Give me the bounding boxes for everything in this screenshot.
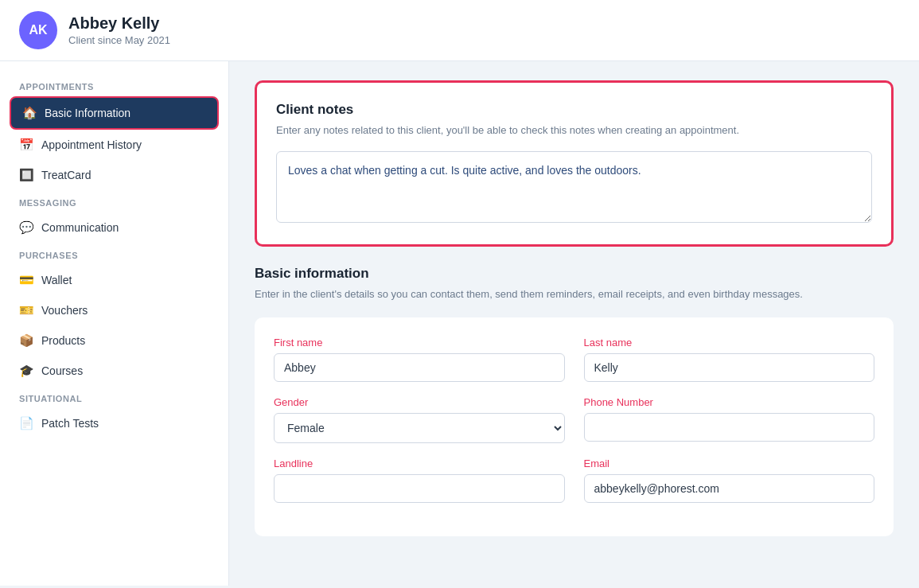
basic-info-form: First name Last name Gender FemaleMaleNo… [255,317,894,536]
sidebar-item-wallet[interactable]: 💳Wallet [0,265,228,295]
first-name-label: First name [274,337,565,349]
sidebar-item-products[interactable]: 📦Products [0,325,228,356]
phone-input[interactable] [584,413,875,442]
email-group: Email [584,458,875,503]
vouchers-icon: 🎫 [19,303,33,317]
last-name-input[interactable] [584,353,875,382]
sidebar-item-label-communication: Communication [41,221,119,234]
sidebar-item-basic-information[interactable]: 🏠Basic Information [10,96,219,130]
client-since: Client since May 2021 [68,34,170,46]
sidebar-item-patch-tests[interactable]: 📄Patch Tests [0,408,228,438]
sidebar-item-label-vouchers: Vouchers [41,304,88,317]
sidebar-section-appointments: Appointments [0,74,228,96]
communication-icon: 💬 [19,220,33,235]
gender-group: Gender FemaleMaleNon-binaryPrefer not to… [274,396,565,443]
sidebar-item-vouchers[interactable]: 🎫Vouchers [0,295,228,325]
email-input[interactable] [584,474,875,503]
landline-email-row: Landline Email [274,458,874,503]
gender-label: Gender [274,396,565,408]
sidebar-item-courses[interactable]: 🎓Courses [0,356,228,386]
sidebar: Appointments🏠Basic Information📅Appointme… [0,61,229,586]
patch-tests-icon: 📄 [19,416,33,430]
landline-label: Landline [274,458,565,469]
sidebar-item-label-products: Products [41,334,85,347]
name-row: First name Last name [274,337,874,382]
sidebar-item-label-appointment-history: Appointment History [41,138,142,151]
phone-group: Phone Number [584,396,875,443]
client-name: Abbey Kelly [68,14,170,33]
avatar: AK [19,11,57,49]
client-header: AK Abbey Kelly Client since May 2021 [0,0,919,61]
header-info: Abbey Kelly Client since May 2021 [68,14,170,46]
sidebar-item-communication[interactable]: 💬Communication [0,212,228,243]
gender-select[interactable]: FemaleMaleNon-binaryPrefer not to say [274,413,565,443]
landline-input[interactable] [274,474,565,503]
basic-information-icon: 🏠 [22,106,37,120]
sidebar-item-label-treatcard: TreatCard [41,169,92,181]
basic-info-title: Basic information [255,266,894,282]
client-notes-subtitle: Enter any notes related to this client, … [276,123,872,138]
wallet-icon: 💳 [19,273,33,287]
email-label: Email [584,458,875,469]
client-notes-textarea[interactable] [276,151,872,223]
sidebar-section-purchases: Purchases [0,243,228,265]
sidebar-section-messaging: Messaging [0,190,228,212]
sidebar-section-situational: Situational [0,386,228,408]
main-content: Client notes Enter any notes related to … [229,61,919,586]
first-name-group: First name [274,337,565,382]
sidebar-item-appointment-history[interactable]: 📅Appointment History [0,130,228,160]
sidebar-item-label-courses: Courses [41,364,83,377]
last-name-label: Last name [584,337,875,349]
last-name-group: Last name [584,337,875,382]
phone-label: Phone Number [584,396,875,408]
sidebar-item-treatcard[interactable]: 🔲TreatCard [0,160,228,190]
sidebar-item-label-patch-tests: Patch Tests [41,417,99,430]
products-icon: 📦 [19,333,33,348]
first-name-input[interactable] [274,353,565,382]
client-notes-title: Client notes [276,102,872,118]
client-notes-card: Client notes Enter any notes related to … [255,80,894,247]
main-layout: Appointments🏠Basic Information📅Appointme… [0,61,919,586]
appointment-history-icon: 📅 [19,138,33,152]
gender-phone-row: Gender FemaleMaleNon-binaryPrefer not to… [274,396,874,443]
treatcard-icon: 🔲 [19,168,33,182]
landline-group: Landline [274,458,565,503]
sidebar-item-label-basic-information: Basic Information [45,107,130,119]
basic-info-subtitle: Enter in the client's details so you can… [255,286,894,302]
sidebar-item-label-wallet: Wallet [41,274,72,286]
courses-icon: 🎓 [19,364,33,378]
